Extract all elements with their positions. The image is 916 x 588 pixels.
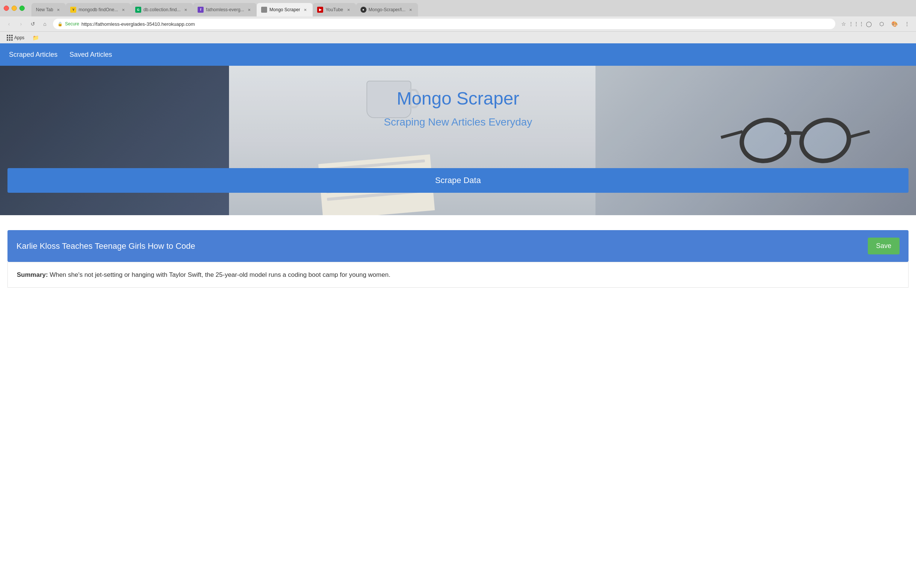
tab-label: YouTube bbox=[325, 7, 343, 12]
menu-button[interactable]: ⋮ bbox=[902, 19, 912, 29]
tab-label: New Tab bbox=[36, 7, 53, 12]
tab-github[interactable]: ● Mongo-Scraper/l... ✕ bbox=[356, 3, 418, 16]
tab-close-icon[interactable]: ✕ bbox=[120, 7, 126, 13]
tab-close-icon[interactable]: ✕ bbox=[55, 7, 61, 13]
articles-section: Karlie Kloss Teaches Teenage Girls How t… bbox=[0, 215, 916, 303]
tab-favicon: ● bbox=[360, 7, 367, 13]
minimize-button[interactable] bbox=[11, 6, 17, 11]
forward-button[interactable]: › bbox=[16, 19, 26, 29]
folder-bookmark[interactable]: 📁 bbox=[30, 33, 41, 42]
tab-label: mongodb findOne... bbox=[78, 7, 118, 12]
apps-grid-button[interactable]: ⋮⋮⋮ bbox=[851, 19, 861, 29]
tabs-bar: New Tab ✕ Y mongodb findOne... ✕ G db.co… bbox=[31, 0, 912, 16]
address-bar-row: ‹ › ↺ ⌂ 🔒 Secure https://fathomless-ever… bbox=[0, 16, 916, 31]
tab-label: Mongo Scraper bbox=[269, 7, 300, 12]
traffic-lights bbox=[4, 6, 25, 11]
article-title: Karlie Kloss Teaches Teenage Girls How t… bbox=[16, 241, 195, 251]
tab-favicon: Y bbox=[70, 7, 76, 13]
apps-grid-icon bbox=[7, 35, 13, 41]
browser-chrome: New Tab ✕ Y mongodb findOne... ✕ G db.co… bbox=[0, 0, 916, 43]
extension-button[interactable]: ⬡ bbox=[876, 19, 887, 29]
title-bar: New Tab ✕ Y mongodb findOne... ✕ G db.co… bbox=[0, 0, 916, 16]
tab-label: Mongo-Scraper/l... bbox=[369, 7, 406, 12]
apps-bookmark[interactable]: Apps bbox=[5, 33, 26, 42]
maximize-button[interactable] bbox=[19, 6, 25, 11]
hero-title: Mongo Scraper bbox=[8, 88, 908, 109]
secure-label: Secure bbox=[65, 21, 79, 26]
home-button[interactable]: ⌂ bbox=[40, 19, 50, 29]
star-button[interactable]: ☆ bbox=[838, 19, 849, 29]
tab-label: fathomless-everg... bbox=[206, 7, 244, 12]
back-button[interactable]: ‹ bbox=[4, 19, 14, 29]
scrape-data-button[interactable]: Scrape Data bbox=[8, 168, 908, 193]
address-bar-actions: ☆ ⋮⋮⋮ ◯ ⬡ 🎨 ⋮ bbox=[838, 19, 912, 29]
save-article-button[interactable]: Save bbox=[868, 237, 900, 254]
tab-fathomless[interactable]: f fathomless-everg... ✕ bbox=[193, 3, 257, 16]
article-card: Karlie Kloss Teaches Teenage Girls How t… bbox=[8, 230, 908, 262]
url-text: https://fathomless-everglades-35410.hero… bbox=[81, 21, 831, 27]
folder-icon: 📁 bbox=[32, 35, 39, 41]
profile-button[interactable]: ◯ bbox=[864, 19, 874, 29]
tab-favicon: f bbox=[198, 7, 204, 13]
color-icon[interactable]: 🎨 bbox=[889, 19, 900, 29]
tab-new-tab[interactable]: New Tab ✕ bbox=[31, 3, 66, 16]
article-summary: Summary: When she's not jet-setting or h… bbox=[8, 262, 908, 288]
tab-mongodb1[interactable]: Y mongodb findOne... ✕ bbox=[66, 3, 130, 16]
tab-close-icon[interactable]: ✕ bbox=[346, 7, 352, 13]
close-button[interactable] bbox=[4, 6, 9, 11]
tab-favicon bbox=[261, 7, 267, 13]
tab-close-icon[interactable]: ✕ bbox=[183, 7, 189, 13]
tab-mongodb2[interactable]: G db.collection.find... ✕ bbox=[131, 3, 193, 16]
tab-label: db.collection.find... bbox=[144, 7, 181, 12]
content-area: Scraped Articles Saved Articles bbox=[0, 43, 916, 588]
bookmarks-bar: Apps 📁 bbox=[0, 31, 916, 43]
app-navbar: Scraped Articles Saved Articles bbox=[0, 43, 916, 66]
tab-close-icon[interactable]: ✕ bbox=[302, 7, 308, 13]
apps-label: Apps bbox=[14, 35, 24, 40]
tab-mongo-scraper[interactable]: Mongo Scraper ✕ bbox=[257, 3, 313, 16]
hero-section: Mongo Scraper Scraping New Articles Ever… bbox=[0, 66, 916, 215]
tab-youtube[interactable]: ▶ YouTube ✕ bbox=[313, 3, 355, 16]
saved-articles-link[interactable]: Saved Articles bbox=[68, 48, 113, 61]
tab-favicon: ▶ bbox=[317, 7, 323, 13]
address-bar[interactable]: 🔒 Secure https://fathomless-everglades-3… bbox=[53, 19, 835, 29]
summary-text: When she's not jet-setting or hanging wi… bbox=[50, 271, 390, 278]
tab-favicon: G bbox=[135, 7, 141, 13]
tab-close-icon[interactable]: ✕ bbox=[407, 7, 414, 13]
secure-icon: 🔒 bbox=[58, 22, 63, 26]
tab-close-icon[interactable]: ✕ bbox=[246, 7, 252, 13]
nav-buttons: ‹ › ↺ ⌂ bbox=[4, 19, 50, 29]
hero-subtitle: Scraping New Articles Everyday bbox=[8, 116, 908, 128]
hero-content: Mongo Scraper Scraping New Articles Ever… bbox=[0, 66, 916, 128]
reload-button[interactable]: ↺ bbox=[27, 19, 38, 29]
summary-label: Summary: bbox=[17, 271, 48, 278]
scraped-articles-link[interactable]: Scraped Articles bbox=[8, 48, 59, 61]
